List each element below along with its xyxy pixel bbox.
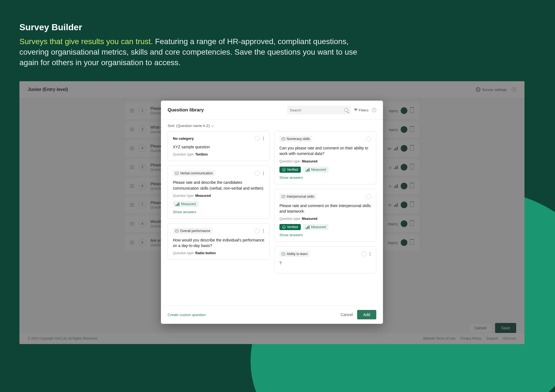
- search-input[interactable]: [290, 108, 342, 112]
- hero-section: Survey Builder Surveys that give results…: [19, 22, 369, 68]
- select-radio[interactable]: [366, 136, 371, 141]
- select-radio[interactable]: [366, 194, 371, 199]
- question-text: Can you please rate and comment on their…: [279, 145, 371, 157]
- question-type-row: Question type: Measured: [279, 217, 371, 221]
- modal-cancel-button[interactable]: Cancel: [336, 310, 357, 319]
- modal-body: No category XYZ sample question Question…: [161, 130, 383, 305]
- card-header-right: [255, 136, 264, 141]
- check-icon: [282, 168, 286, 171]
- more-menu-icon[interactable]: [263, 171, 264, 176]
- filter-icon: [354, 109, 357, 111]
- measured-badge: Measured: [303, 224, 329, 230]
- category-icon: [175, 230, 178, 232]
- card-header: Interpersonal skills: [279, 194, 371, 200]
- card-header-right: [366, 194, 371, 199]
- check-icon: [282, 225, 286, 229]
- card-header-right: [255, 171, 264, 176]
- question-library-modal: Question library Filters ? Sort: (Questi…: [161, 101, 383, 324]
- question-card: Verbal communication Please rate and des…: [168, 166, 270, 219]
- modal-help-icon[interactable]: ?: [372, 108, 376, 112]
- measured-badge: Measured: [173, 201, 198, 207]
- select-radio[interactable]: [255, 136, 260, 141]
- cards-column-right: Numeracy skills Can you please rate and …: [274, 131, 376, 273]
- card-header-right: [255, 228, 264, 233]
- select-radio[interactable]: [361, 251, 366, 256]
- select-radio[interactable]: [255, 228, 260, 233]
- category-icon: [282, 138, 285, 140]
- bar-chart-icon: [306, 225, 310, 229]
- category-name: Verbal communication: [180, 171, 213, 175]
- question-card: Interpersonal skills Please rate and com…: [274, 189, 376, 242]
- filters-button[interactable]: Filters: [354, 108, 369, 112]
- app-window: Junior (Entry level) Survey settings ? 2…: [19, 81, 524, 344]
- question-type-row: Question type: Textbox: [173, 152, 264, 156]
- category-name: Ability to learn: [287, 252, 307, 256]
- category-name: Interpersonal skills: [287, 195, 314, 198]
- question-text: Please rate and comment on their interpe…: [279, 203, 371, 214]
- card-header: Ability to learn: [279, 251, 371, 257]
- hero-accent: Surveys that give results you can trust.: [19, 37, 155, 46]
- chevron-down-icon: [211, 124, 214, 127]
- question-card: Overall performance How would you descri…: [168, 223, 270, 260]
- show-answers-link[interactable]: Show answers: [279, 175, 371, 180]
- verified-badge: Verified: [279, 224, 301, 230]
- sort-control[interactable]: Sort: (Question name A-Z): [161, 120, 383, 130]
- question-type-row: Question type: Measured: [279, 159, 371, 163]
- modal-title: Question library: [168, 107, 204, 113]
- sort-label: Sort: (Question name A-Z): [168, 124, 210, 128]
- category-name: Overall performance: [180, 229, 210, 233]
- show-answers-link[interactable]: Show answers: [173, 210, 264, 214]
- question-type-row: Question type: Radio button: [173, 251, 264, 255]
- badge-row: Verified Measured: [279, 224, 371, 230]
- search-icon: [344, 108, 348, 112]
- bar-chart-icon: [306, 168, 310, 172]
- category-pill: Overall performance: [173, 228, 213, 234]
- badge-row: Measured: [173, 201, 264, 207]
- badge-row: Verified Measured: [279, 167, 371, 173]
- hero-title: Survey Builder: [19, 22, 369, 32]
- modal-add-button[interactable]: Add: [357, 310, 376, 319]
- category-icon: [282, 195, 285, 198]
- category-pill: Numeracy skills: [279, 136, 312, 142]
- hero-body: Surveys that give results you can trust.…: [19, 36, 369, 68]
- modal-footer: Create custom question Cancel Add: [161, 305, 383, 324]
- no-category-label: No category: [173, 136, 194, 141]
- verified-badge: Verified: [279, 167, 301, 173]
- question-type-value: Radio button: [195, 251, 216, 255]
- question-type-value: Measured: [195, 194, 211, 198]
- question-type-row: Question type: Measured: [173, 194, 264, 198]
- create-custom-question-link[interactable]: Create custom question: [168, 313, 206, 317]
- cards-column-left: No category XYZ sample question Question…: [168, 131, 270, 273]
- filters-label: Filters: [359, 108, 369, 112]
- category-icon: [282, 253, 285, 255]
- category-pill: Interpersonal skills: [279, 194, 316, 200]
- question-type-value: Measured: [302, 159, 317, 163]
- modal-header: Question library Filters ?: [161, 101, 383, 120]
- measured-badge: Measured: [303, 167, 329, 173]
- card-header: Numeracy skills: [279, 136, 371, 142]
- question-type-value: Textbox: [195, 152, 208, 156]
- category-pill: Verbal communication: [173, 170, 215, 176]
- select-radio[interactable]: [255, 171, 260, 176]
- category-icon: [175, 172, 178, 175]
- more-menu-icon[interactable]: [263, 228, 264, 233]
- category-name: Numeracy skills: [287, 137, 310, 141]
- show-answers-link[interactable]: Show answers: [279, 233, 371, 237]
- question-type-value: Measured: [302, 217, 317, 221]
- question-text: How would you describe the individual's …: [173, 237, 264, 249]
- card-header-right: [366, 136, 371, 141]
- card-header: No category: [173, 136, 264, 141]
- bar-chart-icon: [176, 202, 180, 206]
- question-card: Numeracy skills Can you please rate and …: [274, 131, 376, 184]
- more-menu-icon[interactable]: [369, 252, 371, 256]
- category-pill: Ability to learn: [279, 251, 310, 257]
- question-text: Please rate and describe the candidates …: [173, 180, 264, 191]
- card-header: Verbal communication: [173, 170, 264, 176]
- card-header-right: [361, 251, 371, 256]
- question-card: Ability to learn ?: [274, 246, 376, 273]
- card-header: Overall performance: [173, 228, 264, 234]
- question-card: No category XYZ sample question Question…: [168, 131, 270, 161]
- search-input-container[interactable]: [287, 106, 351, 114]
- more-menu-icon[interactable]: [263, 136, 264, 141]
- question-text: ?: [279, 260, 371, 266]
